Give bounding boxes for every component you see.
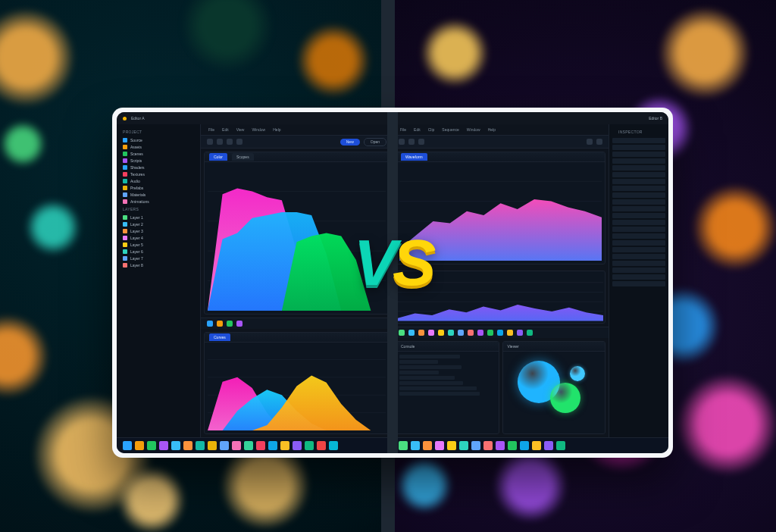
sidebar-item[interactable]: Prefabs <box>117 184 200 191</box>
chip-icon[interactable] <box>428 330 434 336</box>
chip-icon[interactable] <box>487 330 493 336</box>
taskbar-app-icon[interactable] <box>520 441 529 450</box>
inspector-row[interactable] <box>612 227 665 232</box>
chip-icon[interactable] <box>477 330 483 336</box>
right-inspector[interactable]: Inspector <box>609 124 668 437</box>
taskbar-app-icon[interactable] <box>329 441 338 450</box>
taskbar-app-icon[interactable] <box>232 441 241 450</box>
inspector-row[interactable] <box>612 206 665 211</box>
taskbar-app-icon[interactable] <box>447 441 456 450</box>
menu-item[interactable]: File <box>400 124 406 135</box>
taskbar-app-icon[interactable] <box>135 441 144 450</box>
menu-item[interactable]: File <box>208 124 214 135</box>
chip-icon[interactable] <box>399 330 405 336</box>
inspector-row[interactable] <box>612 261 665 266</box>
inspector-row[interactable] <box>612 254 665 259</box>
tool-icon[interactable] <box>418 139 424 145</box>
right-menubar[interactable]: FileEditClipSequenceWindowHelp <box>393 124 609 136</box>
taskbar-app-icon[interactable] <box>556 441 565 450</box>
taskbar-app-icon[interactable] <box>171 441 180 450</box>
taskbar-app-icon[interactable] <box>423 441 432 450</box>
menu-item[interactable]: Edit <box>414 124 421 135</box>
taskbar-app-icon[interactable] <box>532 441 541 450</box>
taskbar-app-icon[interactable] <box>196 441 205 450</box>
menu-item[interactable]: Sequence <box>442 124 459 135</box>
taskbar-app-icon[interactable] <box>496 441 505 450</box>
tool-icon[interactable] <box>399 139 405 145</box>
secondary-button[interactable]: Open <box>364 138 386 146</box>
chip-icon[interactable] <box>217 321 223 327</box>
tool-icon[interactable] <box>217 139 223 145</box>
chip-icon[interactable] <box>438 330 444 336</box>
sidebar-item[interactable]: Scripts <box>117 157 200 164</box>
inspector-row[interactable] <box>612 247 665 252</box>
inspector-row[interactable] <box>612 240 665 246</box>
taskbar-app-icon[interactable] <box>317 441 326 450</box>
sidebar-item[interactable]: Layer 2 <box>117 221 200 227</box>
inspector-row[interactable] <box>612 268 665 273</box>
inspector-row[interactable] <box>612 220 665 225</box>
left-sidebar[interactable]: ProjectSourceAssetsScenesScriptsShadersT… <box>117 124 201 437</box>
inspector-row[interactable] <box>612 179 665 184</box>
left-menubar[interactable]: FileEditViewWindowHelp <box>201 124 393 136</box>
taskbar-app-icon[interactable] <box>147 441 156 450</box>
chip-icon[interactable] <box>418 330 424 336</box>
sidebar-item[interactable]: Audio <box>117 177 200 184</box>
taskbar-app-icon[interactable] <box>220 441 229 450</box>
taskbar-app-icon[interactable] <box>305 441 314 450</box>
taskbar-app-icon[interactable] <box>293 441 302 450</box>
menu-item[interactable]: Window <box>467 124 480 135</box>
inspector-row[interactable] <box>612 186 665 191</box>
taskbar-app-icon[interactable] <box>508 441 517 450</box>
tab-waveform[interactable]: Waveform <box>401 153 427 161</box>
chip-icon[interactable] <box>408 330 415 336</box>
left-mid-strip[interactable] <box>201 318 393 329</box>
sidebar-item[interactable]: Source <box>117 136 200 143</box>
chip-icon[interactable] <box>227 321 233 327</box>
inspector-row[interactable] <box>612 281 665 286</box>
sidebar-item[interactable]: Layer 6 <box>117 248 200 255</box>
sidebar-item[interactable]: Layer 7 <box>117 255 200 261</box>
taskbar-app-icon[interactable] <box>123 441 132 450</box>
taskbar-app-icon[interactable] <box>544 441 553 450</box>
tool-icon[interactable] <box>207 139 213 145</box>
taskbar-app-icon[interactable] <box>411 441 420 450</box>
menu-item[interactable]: Window <box>252 124 265 135</box>
tool-icon[interactable] <box>236 139 242 145</box>
chip-icon[interactable] <box>458 330 464 336</box>
tool-icon[interactable] <box>408 139 415 145</box>
chip-icon[interactable] <box>497 330 503 336</box>
inspector-row[interactable] <box>612 192 665 198</box>
inspector-row[interactable] <box>612 199 665 205</box>
sidebar-item[interactable]: Layer 4 <box>117 234 200 241</box>
inspector-row[interactable] <box>612 145 665 150</box>
right-toolbar[interactable] <box>393 136 609 149</box>
chip-icon[interactable] <box>448 330 454 336</box>
sidebar-item[interactable]: Animations <box>117 198 200 205</box>
taskbar-app-icon[interactable] <box>268 441 277 450</box>
chip-icon[interactable] <box>468 330 474 336</box>
taskbar-app-icon[interactable] <box>159 441 168 450</box>
taskbar-left[interactable] <box>117 437 393 453</box>
taskbar-app-icon[interactable] <box>459 441 468 450</box>
menu-item[interactable]: View <box>236 124 245 135</box>
menu-item[interactable]: Help <box>488 124 496 135</box>
taskbar-app-icon[interactable] <box>435 441 444 450</box>
sidebar-item[interactable]: Layer 3 <box>117 227 200 234</box>
sidebar-item[interactable]: Layer 1 <box>117 214 200 221</box>
inspector-row[interactable] <box>612 165 665 171</box>
sidebar-item[interactable]: Shaders <box>117 164 200 171</box>
menu-item[interactable]: Edit <box>222 124 229 135</box>
sidebar-item[interactable]: Layer 8 <box>117 261 200 268</box>
chip-icon[interactable] <box>517 330 523 336</box>
taskbar-right[interactable] <box>393 437 668 453</box>
sidebar-item[interactable]: Materials <box>117 191 200 198</box>
menu-item[interactable]: Help <box>273 124 280 135</box>
taskbar-app-icon[interactable] <box>256 441 265 450</box>
inspector-row[interactable] <box>612 233 665 239</box>
sidebar-item[interactable]: Assets <box>117 143 200 150</box>
tool-icon[interactable] <box>596 139 602 145</box>
sidebar-item[interactable]: Textures <box>117 171 200 177</box>
chip-icon[interactable] <box>507 330 513 336</box>
inspector-row[interactable] <box>612 138 665 143</box>
